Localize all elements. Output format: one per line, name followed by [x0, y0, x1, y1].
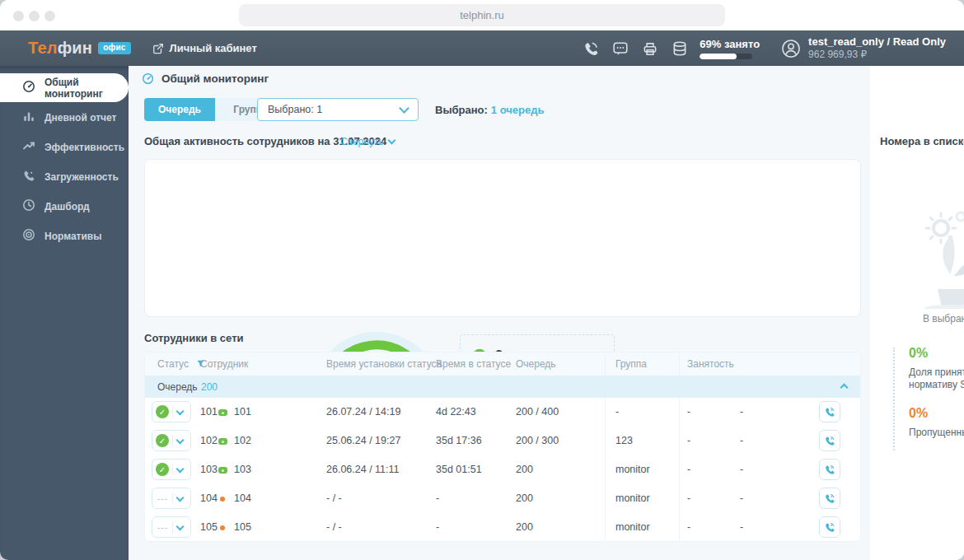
- phone-icon: [22, 169, 35, 184]
- tab-queue[interactable]: Очередь: [144, 98, 215, 121]
- browser-chrome: telphin.ru: [0, 0, 964, 30]
- app-header: Телфин офис Личный кабинет 69% занято te…: [0, 30, 964, 66]
- url-text: telphin.ru: [460, 9, 503, 21]
- kpi-panel: 0% Доля принятых по нормативу SLA 0% Про…: [909, 346, 964, 454]
- sidebar-item-bars[interactable]: Дневной отчет: [0, 103, 129, 132]
- sidebar-item-gauge[interactable]: Общий мониторинг: [0, 73, 129, 102]
- capacity-label: 69% занято: [700, 38, 760, 50]
- sidebar-item-target[interactable]: Нормативы: [0, 222, 129, 250]
- divider: [893, 348, 895, 450]
- sidebar-item-trend[interactable]: Эффективность: [0, 133, 129, 161]
- calls-icon[interactable]: [583, 40, 599, 57]
- plant-illustration-icon: [913, 210, 964, 309]
- chevron-down-icon: [176, 493, 185, 502]
- office-badge: офис: [98, 42, 130, 54]
- user-icon: [781, 39, 801, 58]
- chevron-down-icon: [399, 103, 409, 114]
- window-control-icon[interactable]: [29, 11, 40, 21]
- storage-icon[interactable]: [672, 40, 688, 57]
- address-bar[interactable]: telphin.ru: [239, 4, 725, 26]
- call-button[interactable]: [819, 459, 840, 480]
- window-control-icon[interactable]: [44, 11, 55, 21]
- employees-table: Статус Сотрудник Время установки статуса…: [144, 352, 861, 542]
- target-icon: [22, 228, 35, 244]
- no-status-icon: ---: [157, 523, 169, 532]
- queue-group-row[interactable]: Очередь 200: [145, 376, 860, 398]
- col-busy[interactable]: Занятость: [687, 358, 734, 370]
- employees-table-title: Сотрудники в сети: [144, 332, 244, 344]
- logo-part-2: фин: [58, 39, 92, 58]
- table-row: ✓ 101 101 26.07.24 / 14:19 4d 22:43 200 …: [145, 398, 860, 427]
- phone-call-icon: [824, 406, 835, 418]
- activity-card: 5 Сотрудников 3 На линии 3 Зарегистриров…: [144, 159, 861, 317]
- queue-select-dropdown[interactable]: Выбрано: 1: [257, 98, 419, 121]
- col-queue[interactable]: Очередь: [516, 358, 556, 370]
- phone-call-icon: [824, 521, 835, 533]
- device-online-icon: [218, 438, 227, 445]
- bars-icon: [22, 110, 35, 125]
- device-online-icon: [218, 467, 227, 474]
- sidebar-item-phone[interactable]: Загруженность: [0, 162, 129, 191]
- phone-call-icon: [824, 435, 835, 446]
- status-dropdown[interactable]: ✓: [152, 401, 191, 422]
- call-button[interactable]: [819, 430, 840, 451]
- cabinet-label: Личный кабинет: [170, 42, 257, 54]
- device-online-icon: [218, 409, 227, 416]
- personal-cabinet-link[interactable]: Личный кабинет: [152, 42, 257, 54]
- phone-call-icon: [824, 492, 835, 504]
- table-header-row: Статус Сотрудник Время установки статуса…: [145, 352, 860, 376]
- online-status-icon: ✓: [156, 434, 169, 447]
- messages-icon[interactable]: [612, 40, 629, 57]
- kpi: 0% Пропущенные: [909, 406, 964, 439]
- online-status-icon: ✓: [156, 463, 169, 476]
- kpi: 0% Доля принятых по нормативу SLA: [909, 346, 964, 391]
- fax-icon[interactable]: [642, 40, 658, 57]
- waiting-list-title: Номера в списке ожидания: [880, 135, 964, 147]
- chevron-up-icon: [840, 384, 849, 392]
- chevron-down-icon: [176, 522, 185, 530]
- status-dropdown[interactable]: ✓: [152, 430, 191, 451]
- account-balance: 962 969,93 ₽: [808, 49, 946, 61]
- sidebar-nav: Общий мониторинг Дневной отчет Эффективн…: [0, 66, 129, 560]
- app-window: telphin.ru Телфин офис Личный кабинет 69…: [0, 0, 964, 560]
- capacity-progress-fill: [700, 54, 736, 59]
- col-set-time[interactable]: Время установки статуса: [326, 358, 442, 370]
- selection-summary: Выбрано:1 очередь: [435, 104, 544, 116]
- col-time-in-status[interactable]: Время в статусе: [436, 358, 511, 370]
- phone-call-icon: [824, 464, 835, 475]
- clock-icon: [22, 198, 35, 214]
- table-row: --- 104 104 - / - - 200 monitor - -: [145, 484, 860, 513]
- capacity-indicator: 69% занято: [700, 38, 760, 59]
- call-button[interactable]: [819, 488, 840, 509]
- account-name: test_read_only / Read Only: [808, 35, 946, 49]
- no-status-icon: ---: [157, 494, 169, 503]
- trend-icon: [22, 139, 35, 155]
- table-row: --- 105 105 - / - - 200 monitor - -: [145, 513, 860, 542]
- chevron-down-icon: [176, 436, 185, 444]
- device-offline-icon: [220, 525, 225, 530]
- sidebar-item-clock[interactable]: Дашборд: [0, 192, 129, 221]
- call-button[interactable]: [819, 401, 840, 422]
- waiting-list-panel: Номера в списке ожидания В выбранных оче…: [870, 66, 964, 560]
- online-status-icon: ✓: [156, 405, 169, 418]
- window-control-icon[interactable]: [13, 11, 24, 21]
- external-link-icon: [152, 43, 164, 54]
- chevron-down-icon: [176, 407, 185, 415]
- col-status[interactable]: Статус: [157, 358, 189, 370]
- status-dropdown[interactable]: ✓: [152, 459, 191, 480]
- status-dropdown[interactable]: ---: [152, 488, 191, 509]
- dropdown-value: Выбрано: 1: [268, 104, 322, 115]
- col-group[interactable]: Группа: [615, 358, 647, 370]
- waiting-list-caption: В выбранных очередях: [923, 313, 964, 324]
- capacity-progressbar: [700, 54, 752, 59]
- call-button[interactable]: [819, 516, 840, 538]
- telphin-logo[interactable]: Телфин офис: [28, 39, 131, 58]
- col-employee[interactable]: Сотрудник: [200, 358, 248, 370]
- collapse-link[interactable]: Свернуть: [340, 136, 395, 147]
- monitoring-icon: [142, 72, 154, 85]
- queue-number: 200: [201, 381, 218, 393]
- status-dropdown[interactable]: ---: [152, 516, 191, 538]
- account-menu[interactable]: test_read_only / Read Only 962 969,93 ₽: [781, 35, 946, 61]
- logo-part-1: Тел: [28, 39, 58, 58]
- chevron-down-icon: [387, 137, 395, 145]
